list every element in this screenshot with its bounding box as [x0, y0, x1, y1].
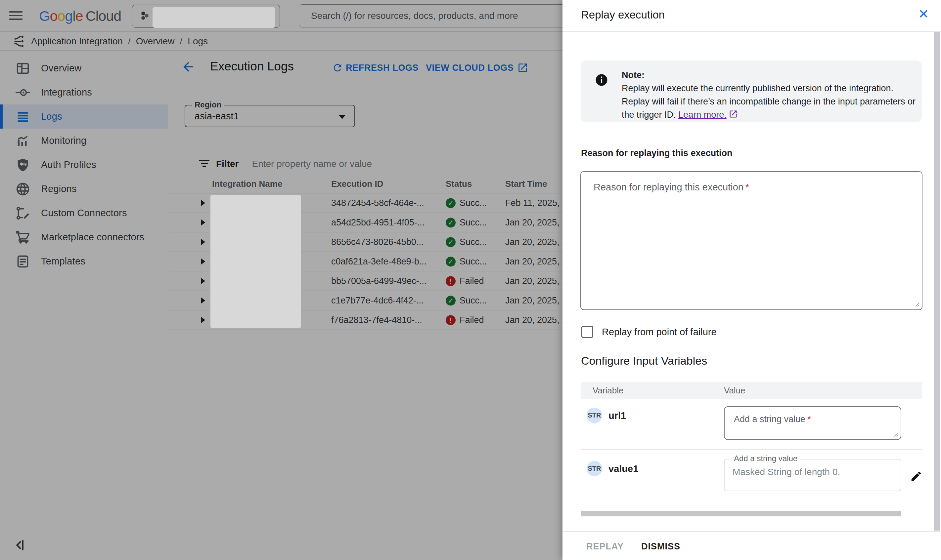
- note-card: Note: Replay will execute the currently …: [581, 60, 922, 122]
- external-link-icon: [728, 109, 738, 118]
- variable-row-value1: STR value1 Add a string value Masked Str…: [581, 449, 922, 505]
- url1-field-wrap: Add a string value*: [724, 406, 901, 440]
- dismiss-button[interactable]: DISMISS: [641, 542, 680, 552]
- checkbox-label: Replay from point of failure: [602, 327, 717, 337]
- type-badge-str: STR: [587, 408, 602, 423]
- note-text: Replay will execute the currently publis…: [622, 83, 916, 120]
- reason-section-label: Reason for replaying this execution: [581, 148, 733, 158]
- column-variable: Variable: [592, 385, 623, 395]
- variable-name: url1: [608, 410, 626, 421]
- vertical-scrollbar[interactable]: [934, 32, 940, 531]
- value1-masked-text: Masked String of length 0.: [733, 467, 840, 477]
- reason-textarea[interactable]: [580, 171, 922, 310]
- panel-title: Replay execution: [581, 9, 665, 21]
- value1-masked-field[interactable]: Add a string value Masked String of leng…: [724, 459, 901, 491]
- configure-input-variables-heading: Configure Input Variables: [581, 354, 707, 367]
- close-icon[interactable]: ✕: [918, 7, 929, 20]
- input-variables-table: Variable Value STR url1 Add a string val…: [581, 382, 922, 505]
- reason-field-wrap: Reason for replaying this execution*: [580, 171, 922, 310]
- url1-value-textarea[interactable]: [724, 406, 901, 440]
- info-icon: [595, 73, 608, 87]
- replay-from-failure-checkbox-row[interactable]: Replay from point of failure: [582, 326, 717, 338]
- value1-field-label: Add a string value: [731, 454, 800, 463]
- variable-row-url1: STR url1 Add a string value*: [581, 399, 922, 449]
- variables-header-row: Variable Value: [581, 382, 922, 399]
- column-value: Value: [724, 385, 745, 395]
- replay-button[interactable]: REPLAY: [586, 542, 624, 552]
- panel-header: Replay execution ✕: [563, 0, 941, 32]
- redaction-box-names: [210, 195, 301, 328]
- redaction-box-project: [153, 7, 275, 28]
- horizontal-scrollbar[interactable]: [581, 511, 901, 516]
- replay-execution-panel: Replay execution ✕ Note: Replay will exe…: [563, 0, 941, 560]
- type-badge-str: STR: [587, 461, 602, 476]
- edit-pencil-icon[interactable]: [910, 470, 922, 483]
- note-body: Note: Replay will execute the currently …: [622, 68, 921, 122]
- checkbox[interactable]: [582, 326, 593, 338]
- panel-footer: REPLAY DISMISS: [563, 531, 941, 560]
- note-title: Note:: [622, 68, 921, 82]
- variable-name: value1: [608, 463, 638, 474]
- learn-more-link[interactable]: Learn more.: [678, 110, 727, 120]
